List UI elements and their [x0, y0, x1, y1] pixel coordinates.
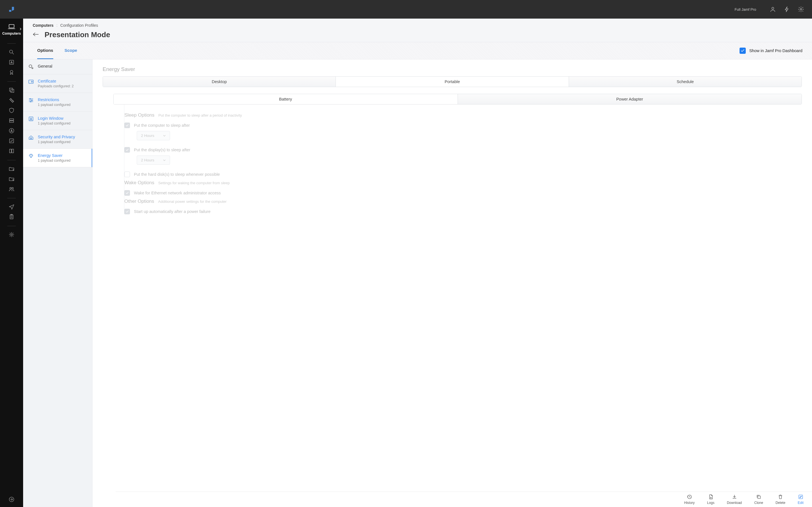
delete-button[interactable]: Delete: [776, 494, 785, 505]
bulb-icon: [28, 153, 34, 159]
seg-schedule[interactable]: Schedule: [569, 76, 802, 87]
login-icon: [28, 116, 34, 122]
section-other-title: Other Options: [124, 199, 154, 204]
app-store-icon[interactable]: [8, 59, 15, 65]
caret-down-icon: [163, 134, 166, 137]
gears-icon[interactable]: [8, 97, 15, 103]
svg-point-18: [11, 234, 12, 235]
certificate-icon: [28, 79, 34, 84]
svg-point-20: [29, 65, 32, 68]
svg-point-23: [31, 81, 33, 82]
svg-point-3: [10, 50, 13, 53]
logout-icon[interactable]: [8, 496, 15, 503]
chevron-down-icon: [758, 8, 761, 11]
svg-rect-32: [758, 496, 760, 499]
badge-icon[interactable]: [8, 69, 15, 75]
home-lock-icon: [28, 135, 34, 140]
page-title: Presentation Mode: [45, 31, 110, 39]
select-sleep-computer-duration: 2 Hours: [137, 131, 170, 140]
checkbox-auto-start: [124, 209, 130, 214]
payload-item-restrictions[interactable]: Restrictions1 payload configured: [23, 93, 92, 112]
dashboard-icon[interactable]: [8, 138, 15, 144]
tenant-switcher[interactable]: Full Jamf Pro: [734, 7, 761, 11]
svg-rect-10: [10, 119, 14, 121]
send-icon[interactable]: [8, 204, 15, 210]
svg-point-21: [32, 68, 33, 69]
tab-scope[interactable]: Scope: [64, 42, 77, 59]
shield-icon[interactable]: [8, 107, 15, 114]
breadcrumb: Computers : Configuration Profiles: [33, 23, 802, 27]
svg-rect-2: [9, 24, 14, 28]
payload-item-energy-saver[interactable]: Energy Saver1 payload configured: [23, 149, 93, 167]
svg-rect-7: [11, 89, 14, 93]
laptop-icon: [8, 24, 15, 30]
breadcrumb-leaf[interactable]: Configuration Profiles: [60, 23, 98, 27]
back-button[interactable]: [33, 32, 39, 38]
svg-point-1: [800, 8, 802, 10]
section-sleep-title: Sleep Options: [124, 112, 154, 118]
section-other-desc: Additional power settings for the comput…: [158, 200, 227, 204]
download-button[interactable]: Download: [727, 494, 742, 505]
svg-point-30: [30, 155, 32, 157]
svg-point-28: [31, 118, 32, 119]
topbar: Full Jamf Pro: [0, 0, 812, 18]
gear-icon[interactable]: [798, 6, 804, 12]
seg-portable[interactable]: Portable: [336, 76, 569, 87]
svg-rect-11: [10, 121, 14, 122]
user-icon[interactable]: [770, 6, 776, 12]
payload-item-general[interactable]: General: [23, 59, 92, 74]
checkbox-wake-eth: [124, 190, 130, 196]
svg-point-8: [10, 99, 12, 101]
svg-rect-27: [29, 117, 33, 121]
edit-button[interactable]: Edit: [798, 494, 804, 505]
gear-small-icon: [28, 64, 34, 69]
payload-list: General CertificatePayloads configured: …: [23, 59, 93, 507]
svg-rect-4: [10, 60, 14, 64]
svg-rect-33: [799, 495, 802, 499]
payload-item-security-privacy[interactable]: Security and Privacy1 payload configured: [23, 130, 92, 149]
opt-sleep-display: Put the display(s) to sleep after: [134, 148, 190, 152]
app-logo: [8, 6, 15, 13]
rail-item-computers[interactable]: Computers: [0, 24, 23, 38]
users-icon[interactable]: [8, 186, 15, 192]
section-wake-title: Wake Options: [124, 180, 154, 186]
svg-point-15: [12, 187, 13, 189]
seg-desktop[interactable]: Desktop: [103, 76, 336, 87]
tab-options[interactable]: Options: [37, 42, 53, 59]
svg-point-12: [9, 128, 14, 133]
tenant-name: Full Jamf Pro: [734, 7, 756, 11]
payload-item-login-window[interactable]: Login Window1 payload configured: [23, 112, 92, 130]
settings-icon[interactable]: [8, 231, 15, 238]
seg-battery[interactable]: Battery: [114, 94, 458, 104]
seg-power-adapter[interactable]: Power Adapter: [458, 94, 802, 104]
checkbox-checked-icon: [740, 48, 746, 54]
payload-item-certificate[interactable]: CertificatePayloads configured: 2: [23, 74, 92, 93]
svg-point-9: [12, 101, 13, 102]
clone-button[interactable]: Clone: [754, 494, 763, 505]
dashboard-toggle[interactable]: Show in Jamf Pro Dashboard: [740, 48, 802, 54]
svg-rect-6: [10, 88, 13, 91]
folder-add-icon[interactable]: [8, 176, 15, 182]
folder-share-icon[interactable]: [8, 166, 15, 172]
caret-down-icon: [163, 159, 166, 162]
book-icon[interactable]: [8, 148, 15, 154]
opt-auto-start: Start up automatically after a power fai…: [134, 209, 211, 214]
apps-icon[interactable]: [8, 128, 15, 134]
action-footer: History Logs Download Clone Delete Edit: [116, 492, 812, 507]
dashboard-toggle-label: Show in Jamf Pro Dashboard: [749, 48, 802, 53]
breadcrumb-root[interactable]: Computers: [33, 23, 54, 27]
segment-power-source: Battery Power Adapter: [113, 94, 802, 105]
opt-wake-eth: Wake for Ethernet network administrator …: [134, 191, 221, 195]
windows-icon[interactable]: [8, 87, 15, 93]
opt-sleep-computer: Put the computer to sleep after: [134, 123, 190, 128]
svg-point-0: [772, 7, 774, 9]
clipboard-icon[interactable]: [8, 214, 15, 220]
opt-sleep-hd: Put the hard disk(s) to sleep whenever p…: [134, 172, 220, 177]
server-icon[interactable]: [8, 117, 15, 124]
panel-title: Energy Saver: [103, 66, 802, 72]
history-button[interactable]: History: [684, 494, 695, 505]
segment-platform: Desktop Portable Schedule: [103, 76, 802, 87]
logs-button[interactable]: Logs: [707, 494, 714, 505]
search-icon[interactable]: [8, 49, 15, 55]
bolt-icon[interactable]: [784, 6, 790, 12]
